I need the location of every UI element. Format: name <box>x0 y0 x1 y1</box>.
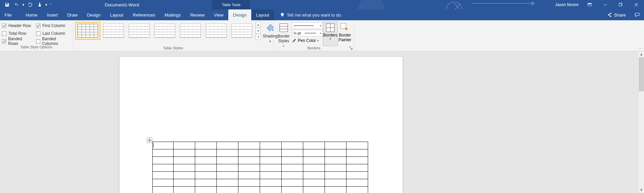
share-button[interactable]: Share <box>602 9 630 20</box>
checkbox-banded-rows[interactable]: Banded Rows <box>2 38 31 45</box>
touch-mode-button[interactable] <box>35 1 44 9</box>
tab-view[interactable]: View <box>209 9 228 20</box>
table-cell[interactable] <box>282 179 303 187</box>
undo-button[interactable] <box>12 1 21 9</box>
table-cell[interactable] <box>282 142 303 149</box>
line-weight-dropdown[interactable]: ½ pt ▾ <box>292 30 323 37</box>
table-row[interactable] <box>153 187 368 193</box>
table-cell[interactable] <box>217 187 238 193</box>
table-cell[interactable] <box>325 142 346 149</box>
checkbox-first-column[interactable]: First Column <box>36 22 71 29</box>
table-cell[interactable] <box>282 149 303 157</box>
table-style-item[interactable] <box>178 22 203 40</box>
table-cell[interactable] <box>325 187 346 193</box>
table-row[interactable] <box>153 172 368 179</box>
border-painter-button[interactable]: Border Painter <box>338 22 352 46</box>
table-cell[interactable] <box>260 157 282 164</box>
document-table[interactable] <box>152 142 368 193</box>
gallery-scroll-up[interactable]: ▲ <box>256 22 261 28</box>
tab-insert[interactable]: Insert <box>42 9 63 20</box>
tab-table-layout[interactable]: Layout <box>251 9 274 20</box>
tab-layout[interactable]: Layout <box>105 9 128 20</box>
table-cell[interactable] <box>238 157 260 164</box>
table-cell[interactable] <box>238 187 260 193</box>
table-cell[interactable] <box>195 187 217 193</box>
table-cell[interactable] <box>217 172 238 179</box>
tab-table-design[interactable]: Design <box>228 9 251 20</box>
scroll-up-button[interactable]: ▲ <box>638 51 644 57</box>
table-cell[interactable] <box>238 179 260 187</box>
table-cell[interactable] <box>174 142 195 149</box>
table-cell[interactable] <box>346 142 368 149</box>
table-cell[interactable] <box>195 142 217 149</box>
table-row[interactable] <box>153 164 368 172</box>
table-cell[interactable] <box>303 149 325 157</box>
pen-color-button[interactable]: Pen Color ▾ <box>292 37 323 44</box>
table-style-item[interactable] <box>127 22 152 40</box>
table-cell[interactable] <box>195 179 217 187</box>
minimize-button[interactable] <box>597 0 613 9</box>
table-cell[interactable] <box>282 187 303 193</box>
table-cell[interactable] <box>282 172 303 179</box>
tab-design[interactable]: Design <box>82 9 105 20</box>
table-cell[interactable] <box>282 157 303 164</box>
dialog-launcher[interactable] <box>349 46 353 50</box>
table-cell[interactable] <box>303 179 325 187</box>
table-cell[interactable] <box>217 157 238 164</box>
collapse-ribbon-button[interactable]: ︿ <box>639 46 642 50</box>
table-cell[interactable] <box>174 179 195 187</box>
checkbox-banded-columns[interactable]: Banded Columns <box>36 38 71 45</box>
table-cell[interactable] <box>303 187 325 193</box>
qat-dropdown-icon[interactable]: ▾ <box>45 2 48 7</box>
table-cell[interactable] <box>153 164 174 172</box>
redo-button[interactable] <box>26 1 34 9</box>
table-style-item[interactable] <box>204 22 229 40</box>
table-style-item[interactable] <box>229 22 254 40</box>
table-cell[interactable] <box>346 149 368 157</box>
table-cell[interactable] <box>153 157 174 164</box>
checkbox-header-row[interactable]: Header Row <box>2 22 31 29</box>
table-cell[interactable] <box>174 187 195 193</box>
table-cell[interactable] <box>260 179 282 187</box>
table-style-item[interactable] <box>75 22 100 40</box>
table-row[interactable] <box>153 142 368 149</box>
line-style-dropdown[interactable]: ▾ <box>292 22 323 29</box>
table-cell[interactable] <box>260 149 282 157</box>
tab-review[interactable]: Review <box>185 9 209 20</box>
table-cell[interactable] <box>303 142 325 149</box>
table-cell[interactable] <box>153 179 174 187</box>
borders-button[interactable]: Borders ▼ <box>323 22 338 46</box>
table-cell[interactable] <box>238 164 260 172</box>
table-cell[interactable] <box>174 172 195 179</box>
border-styles-button[interactable]: BorderStyles ▾ <box>276 22 292 46</box>
tab-mailings[interactable]: Mailings <box>160 9 186 20</box>
table-move-handle[interactable] <box>147 138 152 143</box>
table-cell[interactable] <box>260 142 282 149</box>
scroll-down-button[interactable]: ▼ <box>638 187 644 193</box>
table-cell[interactable] <box>195 172 217 179</box>
table-cell[interactable] <box>174 149 195 157</box>
tab-references[interactable]: References <box>128 9 160 20</box>
qat-dropdown-icon[interactable]: ▾ <box>22 2 25 7</box>
table-row[interactable] <box>153 149 368 157</box>
save-button[interactable] <box>3 1 11 9</box>
maximize-button[interactable] <box>613 0 628 9</box>
table-cell[interactable] <box>260 172 282 179</box>
table-cell[interactable] <box>217 149 238 157</box>
table-cell[interactable] <box>325 179 346 187</box>
table-cell[interactable] <box>195 149 217 157</box>
comments-button[interactable] <box>630 9 644 20</box>
table-cell[interactable] <box>325 172 346 179</box>
table-cell[interactable] <box>303 172 325 179</box>
close-button[interactable] <box>628 0 644 9</box>
table-cell[interactable] <box>346 179 368 187</box>
table-cell[interactable] <box>260 164 282 172</box>
tab-home[interactable]: Home <box>21 9 42 20</box>
table-cell[interactable] <box>346 187 368 193</box>
table-cell[interactable] <box>217 179 238 187</box>
scroll-thumb[interactable] <box>639 57 644 91</box>
table-cell[interactable] <box>282 164 303 172</box>
tab-file[interactable]: File <box>0 9 16 20</box>
table-cell[interactable] <box>260 187 282 193</box>
table-cell[interactable] <box>174 164 195 172</box>
